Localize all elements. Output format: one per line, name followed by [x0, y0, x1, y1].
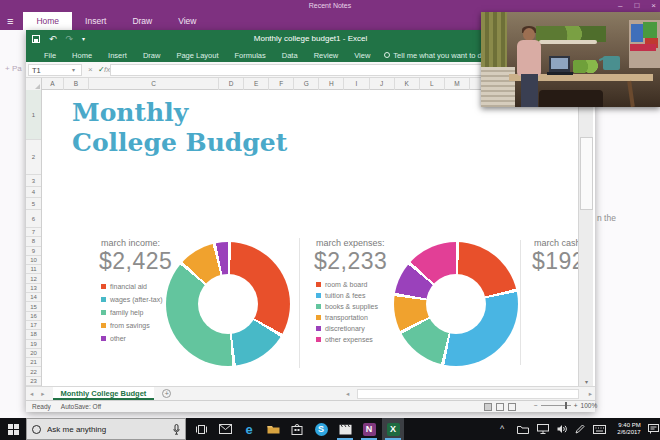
- touch-keyboard-button[interactable]: [590, 418, 608, 440]
- row-header[interactable]: 10: [26, 256, 41, 265]
- ribbon-tab[interactable]: Home: [64, 51, 100, 60]
- volume-button[interactable]: [554, 418, 570, 440]
- zoom-in-icon[interactable]: +: [574, 402, 578, 409]
- row-header[interactable]: 1: [26, 90, 41, 140]
- column-header[interactable]: H: [319, 78, 344, 90]
- column-header[interactable]: D: [219, 78, 244, 90]
- edge-browser-button[interactable]: e: [238, 418, 260, 440]
- zoom-slider[interactable]: [541, 405, 571, 406]
- column-header[interactable]: M: [445, 78, 470, 90]
- column-header[interactable]: J: [370, 78, 395, 90]
- row-header[interactable]: 22: [26, 367, 41, 376]
- row-header[interactable]: 9: [26, 247, 41, 256]
- sheet-nav-left-icon[interactable]: ◂: [26, 390, 37, 398]
- onenote-tab[interactable]: Home: [23, 12, 72, 30]
- row-header[interactable]: 11: [26, 265, 41, 274]
- column-header[interactable]: K: [395, 78, 420, 90]
- ribbon-tab[interactable]: Formulas: [227, 51, 274, 60]
- hamburger-icon[interactable]: ≡: [7, 15, 13, 27]
- onenote-app-button[interactable]: N: [358, 418, 380, 440]
- row-header[interactable]: 21: [26, 358, 41, 367]
- select-all-corner[interactable]: [26, 78, 42, 90]
- column-header[interactable]: G: [294, 78, 319, 90]
- movies-tv-app-button[interactable]: [334, 418, 356, 440]
- file-explorer-button[interactable]: [262, 418, 284, 440]
- ribbon-tab[interactable]: View: [346, 51, 378, 60]
- row-header[interactable]: 19: [26, 340, 41, 349]
- mail-app-button[interactable]: [214, 418, 236, 440]
- ribbon-tab[interactable]: File: [36, 51, 64, 60]
- row-header[interactable]: 15: [26, 302, 41, 311]
- row-header[interactable]: 17: [26, 321, 41, 330]
- ribbon-tab[interactable]: Page Layout: [168, 51, 226, 60]
- row-header[interactable]: 23: [26, 377, 41, 386]
- row-header[interactable]: 5: [26, 198, 41, 210]
- tab-row-scrollbar[interactable]: ◂ ▸: [346, 389, 592, 399]
- column-header[interactable]: I: [344, 78, 369, 90]
- clock[interactable]: 9:40 PM 2/6/2017: [612, 418, 646, 440]
- cancel-icon[interactable]: ×: [88, 64, 93, 76]
- column-header[interactable]: B: [64, 78, 89, 90]
- tray-folder-button[interactable]: [514, 418, 532, 440]
- row-header[interactable]: 4: [26, 187, 41, 198]
- vertical-scrollbar[interactable]: ▾: [578, 90, 593, 386]
- onenote-tab[interactable]: Draw: [119, 12, 165, 30]
- skype-app-button[interactable]: S: [310, 418, 332, 440]
- worksheet[interactable]: Monthly College Budget march income: $2,…: [42, 90, 578, 386]
- scroll-down-icon[interactable]: ▾: [579, 378, 594, 385]
- name-box-caret-icon[interactable]: ▾: [72, 64, 75, 76]
- row-header[interactable]: 20: [26, 349, 41, 358]
- ribbon-tab[interactable]: Draw: [135, 51, 169, 60]
- microphone-icon[interactable]: [173, 424, 180, 435]
- row-header[interactable]: 6: [26, 210, 41, 228]
- column-header[interactable]: C: [89, 78, 219, 90]
- page-break-view-button[interactable]: [508, 403, 516, 411]
- maximize-icon[interactable]: □: [634, 0, 639, 12]
- start-button[interactable]: [2, 418, 24, 440]
- row-header[interactable]: 12: [26, 274, 41, 283]
- store-app-button[interactable]: [286, 418, 308, 440]
- tell-me-box[interactable]: Tell me what you want to do: [378, 51, 486, 60]
- column-header[interactable]: A: [42, 78, 64, 90]
- minimize-icon[interactable]: –: [618, 0, 622, 12]
- expenses-donut-chart[interactable]: [394, 242, 518, 366]
- income-donut-chart[interactable]: [166, 242, 290, 366]
- onenote-tab[interactable]: Insert: [72, 12, 119, 30]
- row-header[interactable]: 14: [26, 293, 41, 302]
- cortana-search-box[interactable]: Ask me anything: [26, 418, 186, 440]
- zoom-out-icon[interactable]: −: [534, 402, 538, 409]
- row-header[interactable]: 7: [26, 228, 41, 237]
- onenote-tab[interactable]: View: [165, 12, 209, 30]
- column-header[interactable]: E: [244, 78, 269, 90]
- row-header[interactable]: 3: [26, 175, 41, 187]
- ribbon-tab[interactable]: Review: [306, 51, 347, 60]
- vertical-scrollbar-thumb[interactable]: [580, 137, 593, 210]
- column-header[interactable]: L: [420, 78, 445, 90]
- normal-view-button[interactable]: [484, 403, 492, 411]
- sheet-nav-right-icon[interactable]: ▸: [37, 390, 48, 398]
- scroll-left-icon[interactable]: ◂: [346, 390, 349, 398]
- close-icon[interactable]: ×: [651, 0, 656, 12]
- video-overlay[interactable]: [481, 12, 660, 107]
- row-header[interactable]: 18: [26, 330, 41, 339]
- row-header[interactable]: 16: [26, 312, 41, 321]
- scroll-right-icon[interactable]: ▸: [589, 390, 592, 398]
- network-button[interactable]: [534, 418, 552, 440]
- add-sheet-icon[interactable]: +: [162, 389, 171, 398]
- status-autosave[interactable]: AutoSave: Off: [61, 403, 101, 410]
- excel-app-button[interactable]: X: [382, 418, 404, 440]
- sheet-tab[interactable]: Monthly College Budget: [53, 387, 155, 400]
- task-view-button[interactable]: [190, 418, 212, 440]
- column-header[interactable]: F: [269, 78, 294, 90]
- row-header[interactable]: 13: [26, 284, 41, 293]
- add-page-button[interactable]: + Pa: [5, 64, 25, 73]
- row-header[interactable]: 8: [26, 237, 41, 246]
- page-layout-view-button[interactable]: [496, 403, 504, 411]
- windows-ink-button[interactable]: [572, 418, 588, 440]
- ribbon-tab[interactable]: Insert: [100, 51, 135, 60]
- tab-scroll-track[interactable]: [357, 389, 579, 399]
- action-center-button[interactable]: [646, 418, 660, 440]
- zoom-slider-thumb[interactable]: [565, 402, 567, 409]
- ribbon-tab[interactable]: Data: [274, 51, 306, 60]
- tray-expand-button[interactable]: ^: [494, 418, 510, 440]
